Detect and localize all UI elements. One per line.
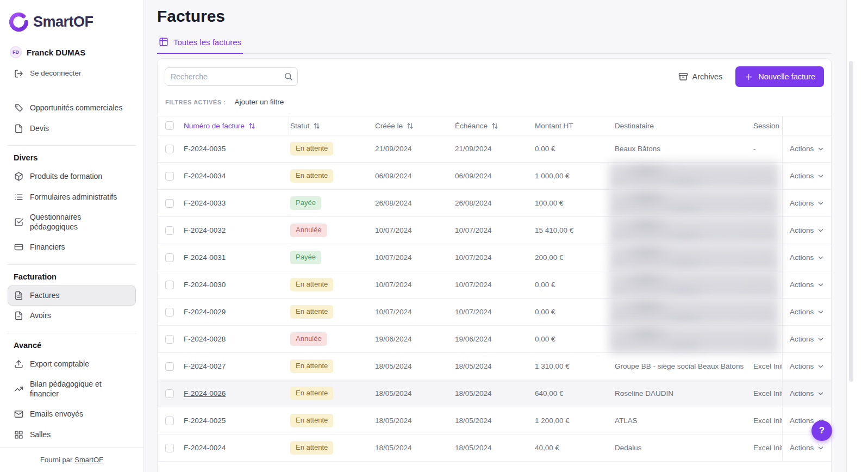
sidebar-section-title: Facturation xyxy=(8,270,136,285)
sidebar: SmartOF FD Franck DUMAS Se déconnecter O… xyxy=(0,0,144,472)
row-select-cell xyxy=(158,217,183,244)
logout-button[interactable]: Se déconnecter xyxy=(8,65,136,83)
table-row[interactable]: F-2024-0029En attente10/07/202410/07/202… xyxy=(158,299,831,326)
actions-button[interactable]: Actions xyxy=(790,335,825,343)
invoice-number-link[interactable]: F-2024-0029 xyxy=(184,308,226,316)
sidebar-item-salles[interactable]: Salles xyxy=(8,425,136,445)
row-checkbox[interactable] xyxy=(165,172,174,181)
sidebar-item-devis[interactable]: Devis xyxy=(8,119,136,139)
actions-label: Actions xyxy=(790,281,814,289)
help-button[interactable]: ? xyxy=(811,420,832,441)
row-checkbox[interactable] xyxy=(165,444,174,452)
invoice-number-link[interactable]: F-2024-0028 xyxy=(184,335,226,343)
amount-ht: 1 200,00 € xyxy=(534,407,614,434)
chevron-down-icon xyxy=(817,281,825,289)
actions-button[interactable]: Actions xyxy=(790,444,825,452)
invoice-number-link[interactable]: F-2024-0031 xyxy=(184,253,226,262)
column-header-number[interactable]: Numéro de facture xyxy=(183,116,289,135)
actions-button[interactable]: Actions xyxy=(790,199,825,207)
new-invoice-button[interactable]: Nouvelle facture xyxy=(735,66,824,87)
actions-button[interactable]: Actions xyxy=(790,362,825,370)
row-checkbox[interactable] xyxy=(165,417,174,425)
row-checkbox[interactable] xyxy=(165,308,174,316)
actions-button[interactable]: Actions xyxy=(790,389,825,398)
invoice-number-link[interactable]: F-2024-0025 xyxy=(184,417,226,425)
add-filter-button[interactable]: Ajouter un filtre xyxy=(234,98,284,106)
row-checkbox[interactable] xyxy=(165,199,174,208)
invoice-number-link[interactable]: F-2024-0035 xyxy=(184,145,226,153)
status-badge: En attente xyxy=(290,441,333,455)
table-row[interactable]: F-2024-0026En attente18/05/202418/05/202… xyxy=(158,380,831,407)
actions-button[interactable]: Actions xyxy=(790,281,825,289)
sidebar-item-export-comptable[interactable]: Export comptable xyxy=(8,354,136,375)
table-row[interactable]: F-2024-0025En attente18/05/202418/05/202… xyxy=(158,407,831,434)
sidebar-item-financiers[interactable]: Financiers xyxy=(8,237,136,258)
row-checkbox[interactable] xyxy=(165,362,174,371)
sidebar-item-produits-de-formation[interactable]: Produits de formation xyxy=(8,166,136,187)
row-checkbox[interactable] xyxy=(165,145,174,153)
sidebar-item-emails-envoyes[interactable]: Emails envoyés xyxy=(8,404,136,425)
sidebar-item-opportunites-commerciales[interactable]: Opportunités commerciales xyxy=(8,98,136,119)
scrollbar[interactable] xyxy=(846,0,868,472)
row-checkbox[interactable] xyxy=(165,226,174,235)
sidebar-item-bilan-pedagogique-et-financier[interactable]: Bilan pédagogique et financier xyxy=(8,374,136,404)
recipient xyxy=(614,217,752,244)
table-row[interactable]: F-2024-0035En attente21/09/202421/09/202… xyxy=(158,135,831,163)
table-row[interactable]: F-2024-0031Payée10/07/202410/07/2024200,… xyxy=(158,244,831,271)
recipient: Roseline DAUDIN xyxy=(614,380,752,407)
blurred-content xyxy=(609,325,779,353)
table-row[interactable]: F-2024-0027En attente18/05/202418/05/202… xyxy=(158,353,831,380)
receipt-icon xyxy=(14,291,23,300)
row-select-cell xyxy=(158,407,183,434)
table-row[interactable]: F-2024-0032Annulée10/07/202410/07/202415… xyxy=(158,217,831,244)
sort-icon[interactable] xyxy=(313,122,321,130)
due-date: 21/09/2024 xyxy=(454,135,534,162)
blurred-content xyxy=(609,216,779,244)
sidebar-item-questionnaires-pedagogiques[interactable]: Questionnaires pédagogiques xyxy=(8,207,136,237)
column-header-due[interactable]: Échéance xyxy=(454,116,534,135)
actions-button[interactable]: Actions xyxy=(790,308,825,316)
invoice-number-link[interactable]: F-2024-0033 xyxy=(184,199,226,207)
sidebar-item-formulaires-administratifs[interactable]: Formulaires administratifs xyxy=(8,187,136,208)
sidebar-item-factures[interactable]: Factures xyxy=(8,285,136,306)
invoice-number-link[interactable]: F-2024-0026 xyxy=(184,389,226,398)
chevron-down-icon xyxy=(817,254,825,262)
invoice-number-link[interactable]: F-2024-0034 xyxy=(184,172,226,180)
row-checkbox[interactable] xyxy=(165,389,174,398)
table-row[interactable]: F-2024-0034En attente06/09/202406/09/202… xyxy=(158,163,831,190)
sidebar-item-avoirs[interactable]: Avoirs xyxy=(8,306,136,326)
actions-button[interactable]: Actions xyxy=(790,226,825,234)
column-header-status[interactable]: Statut xyxy=(289,116,374,135)
smartof-link[interactable]: SmartOF xyxy=(74,456,103,464)
sidebar-item-label: Produits de formation xyxy=(30,172,102,182)
invoice-number-link[interactable]: F-2024-0027 xyxy=(184,362,226,370)
actions-button[interactable]: Actions xyxy=(790,145,825,153)
sort-icon[interactable] xyxy=(491,122,499,130)
scrollbar-thumb[interactable] xyxy=(849,61,853,382)
table-row[interactable]: F-2024-0024En attente18/05/202418/05/202… xyxy=(158,434,831,462)
tab-all-invoices[interactable]: Toutes les factures xyxy=(157,37,243,54)
row-checkbox[interactable] xyxy=(165,253,174,262)
search-input[interactable] xyxy=(165,67,298,86)
table-row[interactable]: F-2024-0028Annulée19/06/202419/06/20240,… xyxy=(158,326,831,353)
sort-icon[interactable] xyxy=(406,122,414,130)
actions-button[interactable]: Actions xyxy=(790,253,825,262)
table-row[interactable]: F-2024-0030En attente10/07/202410/07/202… xyxy=(158,271,831,299)
table-row[interactable]: F-2024-0033Payée26/08/202426/08/2024100,… xyxy=(158,190,831,217)
select-all-checkbox[interactable] xyxy=(165,121,174,130)
invoice-number-link[interactable]: F-2024-0032 xyxy=(184,226,226,234)
invoice-number-link[interactable]: F-2024-0030 xyxy=(184,281,226,289)
sort-icon[interactable] xyxy=(248,122,256,130)
archives-button[interactable]: Archives xyxy=(678,72,723,82)
created-date: 26/08/2024 xyxy=(374,190,454,216)
actions-button[interactable]: Actions xyxy=(790,172,825,180)
app-logo[interactable]: SmartOF xyxy=(9,12,135,32)
user-name: Franck DUMAS xyxy=(27,48,85,57)
row-checkbox[interactable] xyxy=(165,335,174,344)
column-header-created[interactable]: Créée le xyxy=(374,116,454,135)
row-select-cell xyxy=(158,299,183,325)
row-checkbox[interactable] xyxy=(165,281,174,289)
created-date: 10/07/2024 xyxy=(374,271,454,298)
actions-label: Actions xyxy=(790,226,814,234)
invoice-number-link[interactable]: F-2024-0024 xyxy=(184,444,226,452)
